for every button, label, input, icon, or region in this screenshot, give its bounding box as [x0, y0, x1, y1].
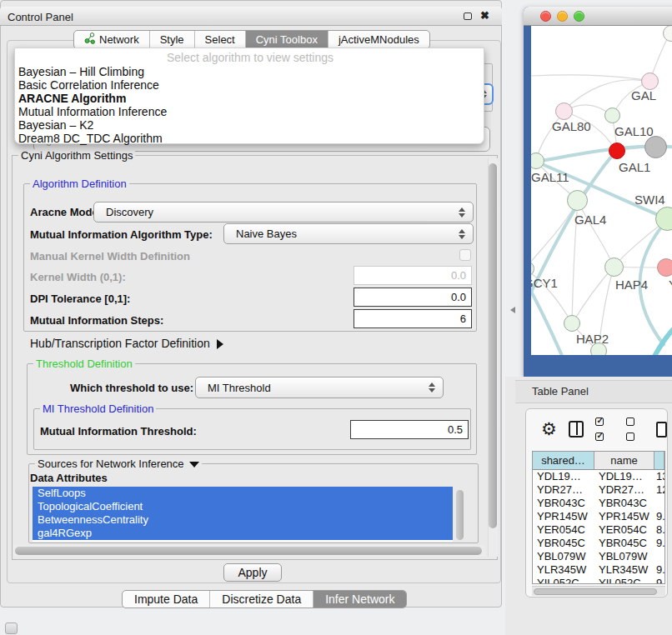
settings-vscroll-thumb[interactable] — [489, 163, 497, 528]
popup-prompt: Select algorithm to view settings — [15, 51, 485, 64]
mi-threshold-input[interactable]: 0.5 — [350, 420, 469, 439]
table-row[interactable]: YBL079WYBL079W — [533, 550, 664, 563]
table-toolbar: ⚙ — [526, 409, 667, 449]
table-row[interactable]: YBR045CYBR045C9. — [533, 537, 664, 550]
manual-kernel-checkbox[interactable] — [459, 249, 471, 261]
apply-label: Apply — [238, 566, 267, 579]
node-hap2[interactable] — [564, 315, 580, 332]
node-salmon[interactable] — [657, 258, 672, 277]
list-item-selfloops[interactable]: SelfLoops — [33, 487, 453, 500]
gear-icon[interactable]: ⚙ — [541, 421, 557, 438]
zoom-traffic-light-icon[interactable] — [574, 11, 584, 22]
algorithm-dropdown-popup: Select algorithm to view settings Bayesi… — [14, 48, 484, 144]
dpi-tolerance-input[interactable]: 0.0 — [354, 288, 472, 307]
mi-type-label: Mutual Information Algorithm Type: — [30, 228, 213, 241]
node-label: HAP4 — [615, 278, 648, 292]
popup-item-bayesian-k2[interactable]: Bayesian – K2 — [18, 118, 477, 132]
node-gray[interactable] — [644, 136, 667, 158]
float-window-icon[interactable] — [464, 12, 472, 20]
node-gal1[interactable] — [609, 142, 625, 159]
table-row[interactable]: YPR145WYPR145W9. — [533, 510, 664, 523]
tab-jactivemnodules[interactable]: jActiveMNodules — [328, 31, 429, 48]
network-canvas[interactable]: GAL GAL80 GAL10 GAL1 GAL11 SWI4 GAL4 GCY… — [531, 26, 672, 355]
node-label: GAL — [631, 88, 656, 102]
threshold-definition-title: Threshold Definition — [33, 358, 135, 370]
sources-title-text: Sources for Network Inference — [38, 458, 184, 470]
algorithm-definition-title: Algorithm Definition — [30, 178, 129, 190]
node-gal4[interactable] — [567, 190, 588, 211]
columns-icon[interactable] — [569, 421, 584, 438]
mi-steps-label: Mutual Information Steps: — [30, 314, 163, 327]
kernel-width-input[interactable]: 0.0 — [354, 266, 472, 285]
minimize-traffic-light-icon[interactable] — [557, 11, 568, 22]
list-item-topologicalcoefficient[interactable]: TopologicalCoefficient — [33, 500, 453, 513]
aracne-mode-combo[interactable]: Discovery — [93, 202, 474, 222]
popup-item-aracne[interactable]: ARACNE Algorithm — [18, 92, 477, 105]
tab-label: Cyni Toolbox — [256, 33, 318, 46]
mi-threshold-group-title: MI Threshold Definition — [40, 402, 156, 415]
expander-collapsed-icon — [217, 339, 223, 349]
popup-item-basic-correlation[interactable]: Basic Correlation Inference — [18, 78, 477, 92]
mi-steps-value: 6 — [460, 312, 466, 325]
list-item-betweennesscentrality[interactable]: BetweennessCentrality — [33, 513, 453, 527]
mi-threshold-value: 0.5 — [448, 423, 463, 436]
dpi-tolerance-value: 0.0 — [451, 291, 466, 303]
which-threshold-combo[interactable]: MI Threshold — [195, 377, 444, 398]
tab-select[interactable]: Select — [195, 31, 246, 48]
list-scrollbar-thumb[interactable] — [456, 490, 464, 540]
which-threshold-label: Which threshold to use: — [70, 382, 193, 394]
corner-grip-icon — [5, 622, 18, 634]
tab-label: jActiveMNodules — [339, 33, 419, 46]
export-table-icon[interactable] — [656, 422, 667, 438]
bottom-tabbar: Impute Data Discretize Data Infer Networ… — [122, 590, 407, 608]
combo-arrows-icon — [459, 208, 465, 218]
popup-item-mutual-information[interactable]: Mutual Information Inference — [18, 105, 477, 118]
hub-expander[interactable]: Hub/Transcription Factor Definition — [30, 337, 223, 350]
tab-label: Impute Data — [134, 592, 198, 606]
which-threshold-value: MI Threshold — [208, 382, 271, 394]
select-all-checks-icon[interactable] — [595, 414, 614, 444]
tab-infer-network[interactable]: Infer Network — [313, 591, 406, 608]
column-header-name[interactable]: name — [594, 452, 654, 469]
splitpane-collapse-arrow[interactable] — [510, 307, 515, 313]
node-hap4[interactable] — [604, 258, 624, 277]
table-row[interactable]: YBR043CYBR043C — [533, 497, 664, 510]
table-hscroll-thumb[interactable] — [534, 588, 657, 595]
table-row[interactable]: YDR27…YDR27…12 — [533, 483, 664, 497]
apply-button[interactable]: Apply — [223, 563, 282, 582]
node-label: GAL1 — [619, 160, 650, 174]
table-row[interactable]: YER054CYER054C8. — [533, 523, 664, 537]
node-gal10[interactable] — [604, 108, 620, 123]
sources-group-title[interactable]: Sources for Network Inference — [35, 458, 202, 470]
mi-type-combo[interactable]: Naive Bayes — [223, 223, 474, 244]
tab-cyni-toolbox[interactable]: Cyni Toolbox — [246, 31, 328, 48]
column-header-partial[interactable] — [654, 452, 664, 469]
table-row[interactable]: YLR345WYLR345W9. — [533, 563, 664, 577]
table-panel-card: ⚙ shared… name YDL19…YDL19…13 YDR27…YDR2… — [525, 408, 668, 598]
tab-label: Network — [99, 33, 139, 46]
column-header-shared-name[interactable]: shared… — [533, 452, 594, 469]
deselect-all-checks-icon[interactable] — [626, 414, 644, 444]
combo-arrows-icon — [429, 382, 435, 392]
screen: Control Panel ✖ Network Style Select Cyn… — [0, 0, 672, 635]
tab-label: Discretize Data — [222, 592, 301, 606]
close-icon[interactable]: ✖ — [480, 9, 489, 22]
tab-style[interactable]: Style — [150, 31, 195, 48]
tab-impute-data[interactable]: Impute Data — [123, 591, 210, 608]
dpi-tolerance-label: DPI Tolerance [0,1]: — [30, 292, 130, 305]
close-traffic-light-icon[interactable] — [540, 11, 551, 22]
tab-network[interactable]: Network — [74, 31, 150, 48]
popup-item-bayesian-hill-climbing[interactable]: Bayesian – Hill Climbing — [18, 65, 477, 78]
table-row[interactable]: YIL052CYIL052C9 — [533, 577, 664, 584]
list-item-gal4rgexp[interactable]: gal4RGexp — [33, 527, 453, 540]
table-hscroll-track[interactable] — [532, 586, 665, 596]
tab-discretize-data[interactable]: Discretize Data — [210, 591, 313, 608]
node-gal-pink[interactable] — [641, 72, 659, 90]
data-attributes-label: Data Attributes — [30, 472, 108, 484]
settings-panel-title: Cyni Algorithm Settings — [18, 149, 135, 162]
mi-steps-input[interactable]: 6 — [354, 309, 472, 328]
table-row[interactable]: YDL19…YDL19…13 — [533, 470, 664, 483]
popup-item-dream8[interactable]: Dream8 DC_TDC Algorithm — [18, 132, 477, 145]
settings-hscroll-thumb[interactable] — [15, 547, 482, 555]
node-gal80[interactable] — [555, 102, 573, 120]
